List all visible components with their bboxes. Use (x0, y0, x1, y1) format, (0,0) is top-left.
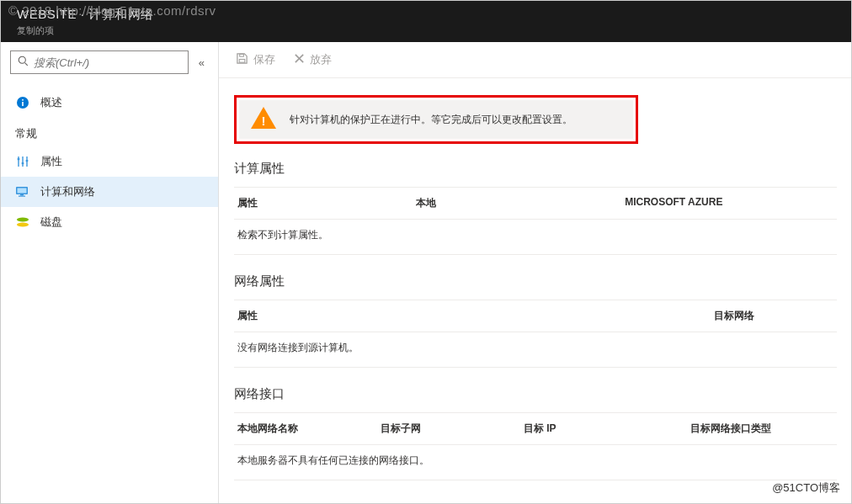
sidebar-item-overview[interactable]: 概述 (0, 88, 218, 118)
svg-rect-12 (18, 188, 27, 194)
alert-highlight: ! 针对计算机的保护正在进行中。等它完成后可以更改配置设置。 (234, 95, 638, 144)
svg-rect-4 (22, 102, 24, 106)
col-azure: MICROSOFT AZURE (625, 196, 833, 210)
section-net-if: 网络接口 本地网络名称 目标子网 目标 IP 目标网络接口类型 本地服务器不具有… (234, 386, 837, 480)
search-icon (18, 56, 29, 69)
monitor-icon (15, 184, 30, 199)
divider (234, 480, 837, 480)
svg-line-1 (25, 63, 28, 66)
svg-rect-17 (239, 59, 245, 62)
warning-icon: ! (251, 107, 276, 132)
sliders-icon (15, 154, 30, 169)
svg-point-16 (17, 223, 29, 227)
svg-rect-3 (22, 99, 24, 101)
copyright-text: © 2018 http://blog.51cto.com/rdsrv (8, 3, 216, 18)
svg-point-0 (19, 56, 25, 63)
search-box[interactable] (10, 50, 189, 74)
svg-rect-13 (20, 194, 24, 196)
svg-rect-18 (240, 54, 244, 56)
col-local: 本地 (416, 196, 625, 210)
section-title: 网络属性 (234, 273, 837, 289)
table-header: 属性 目标网络 (234, 300, 837, 332)
content-area: ! 针对计算机的保护正在进行中。等它完成后可以更改配置设置。 计算属性 属性 本… (219, 78, 852, 504)
col-attr: 属性 (237, 309, 714, 323)
col-ip: 目标 IP (524, 422, 690, 436)
close-icon (294, 53, 305, 66)
search-row: « (0, 42, 218, 82)
sidebar-item-label: 概述 (40, 95, 62, 110)
footer-credit: @51CTO博客 (772, 480, 840, 496)
toolbar-label: 保存 (253, 52, 275, 67)
col-name: 本地网络名称 (237, 422, 381, 436)
section-title: 计算属性 (234, 161, 837, 177)
table-empty-msg: 本地服务器不具有任何已连接的网络接口。 (234, 445, 837, 480)
col-target: 目标网络 (714, 309, 833, 323)
table-header: 本地网络名称 目标子网 目标 IP 目标网络接口类型 (234, 413, 837, 444)
nav-section: 概述 常规 属性 计算和网络 磁盘 (0, 82, 218, 242)
table-header: 属性 本地 MICROSOFT AZURE (234, 188, 837, 219)
collapse-button[interactable]: « (195, 53, 208, 72)
discard-button[interactable]: 放弃 (294, 52, 332, 67)
section-net-props: 网络属性 属性 目标网络 没有网络连接到源计算机。 (234, 273, 837, 368)
disk-icon (15, 215, 30, 230)
save-icon (236, 52, 248, 67)
col-attr: 属性 (237, 196, 416, 210)
alert-box: ! 针对计算机的保护正在进行中。等它完成后可以更改配置设置。 (239, 100, 633, 139)
sidebar-item-compute[interactable]: 计算和网络 (0, 177, 218, 207)
sidebar-item-label: 属性 (40, 154, 62, 169)
sidebar-item-disk[interactable]: 磁盘 (0, 207, 218, 237)
divider (234, 254, 837, 255)
section-title: 网络接口 (234, 386, 837, 402)
divider (234, 367, 837, 368)
main-content: 保存 放弃 ! 针对计算机的保护正在进行中。等它完成后可以更改配置设置。 (219, 42, 852, 504)
svg-rect-8 (18, 158, 20, 160)
svg-rect-9 (22, 162, 24, 164)
search-input[interactable] (34, 56, 181, 69)
toolbar-label: 放弃 (310, 52, 332, 67)
col-subnet: 目标子网 (381, 422, 524, 436)
svg-point-15 (17, 218, 29, 222)
sidebar-item-props[interactable]: 属性 (0, 146, 218, 177)
toolbar: 保存 放弃 (219, 42, 852, 78)
page-subtitle: 复制的项 (17, 24, 835, 37)
alert-text: 针对计算机的保护正在进行中。等它完成后可以更改配置设置。 (290, 113, 572, 127)
save-button[interactable]: 保存 (236, 52, 275, 67)
section-compute-props: 计算属性 属性 本地 MICROSOFT AZURE 检索不到计算属性。 (234, 161, 837, 255)
main-container: « 概述 常规 属性 计算和网络 (0, 42, 852, 504)
sidebar-item-label: 磁盘 (40, 215, 62, 230)
info-icon (15, 95, 30, 110)
nav-group-label: 常规 (0, 118, 218, 146)
table-empty-msg: 没有网络连接到源计算机。 (234, 332, 837, 367)
sidebar: « 概述 常规 属性 计算和网络 (0, 42, 219, 504)
col-iftype: 目标网络接口类型 (690, 422, 833, 436)
sidebar-item-label: 计算和网络 (40, 184, 95, 199)
svg-rect-14 (19, 196, 25, 197)
svg-rect-10 (26, 160, 29, 162)
table-empty-msg: 检索不到计算属性。 (234, 220, 837, 254)
